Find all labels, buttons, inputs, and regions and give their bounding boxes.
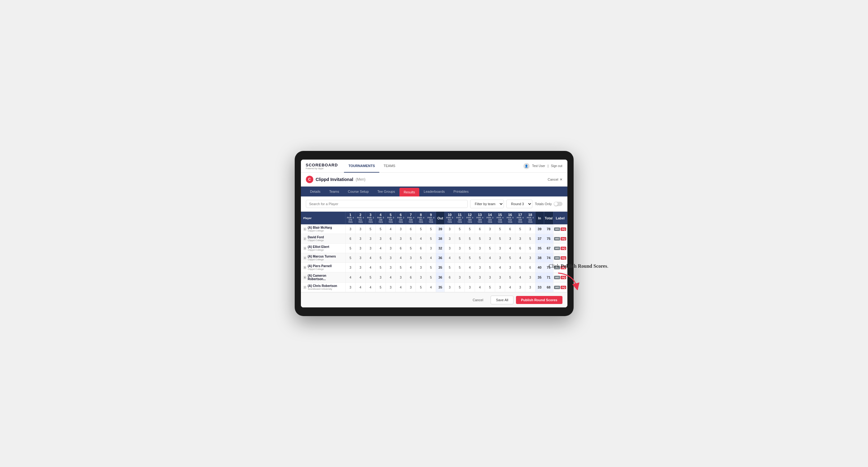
score-hole-10[interactable]: 6 bbox=[445, 272, 455, 283]
score-hole-13[interactable]: 3 bbox=[475, 272, 485, 283]
score-hole-5[interactable]: 3 bbox=[385, 244, 396, 253]
score-hole-2[interactable]: 3 bbox=[355, 224, 365, 234]
score-hole-4[interactable]: 5 bbox=[376, 263, 385, 272]
tab-details[interactable]: Details bbox=[306, 187, 325, 196]
score-hole-3[interactable]: 5 bbox=[365, 224, 375, 234]
score-hole-3[interactable]: 4 bbox=[365, 263, 375, 272]
nav-teams[interactable]: TEAMS bbox=[379, 160, 400, 173]
score-hole-16[interactable]: 3 bbox=[505, 263, 515, 272]
score-hole-9[interactable]: 5 bbox=[426, 272, 436, 283]
score-hole-4[interactable]: 5 bbox=[376, 283, 385, 292]
score-hole-12[interactable]: 5 bbox=[465, 244, 475, 253]
score-hole-2[interactable]: 3 bbox=[355, 234, 365, 244]
score-hole-12[interactable]: 4 bbox=[465, 263, 475, 272]
toggle-switch[interactable] bbox=[554, 202, 562, 206]
score-hole-16[interactable]: 6 bbox=[505, 224, 515, 234]
score-hole-7[interactable]: 3 bbox=[406, 283, 415, 292]
score-hole-14[interactable]: 5 bbox=[485, 283, 495, 292]
score-hole-17[interactable]: 4 bbox=[515, 253, 525, 263]
score-hole-18[interactable]: 6 bbox=[525, 263, 535, 272]
score-hole-5[interactable]: 3 bbox=[385, 253, 396, 263]
score-hole-11[interactable]: 5 bbox=[455, 253, 465, 263]
score-hole-11[interactable]: 5 bbox=[455, 224, 465, 234]
score-hole-10[interactable]: 5 bbox=[445, 263, 455, 272]
score-hole-12[interactable]: 5 bbox=[465, 253, 475, 263]
score-hole-11[interactable]: 5 bbox=[455, 234, 465, 244]
score-hole-5[interactable]: 3 bbox=[385, 283, 396, 292]
score-hole-16[interactable]: 5 bbox=[505, 272, 515, 283]
score-hole-17[interactable]: 4 bbox=[515, 272, 525, 283]
score-hole-10[interactable]: 3 bbox=[445, 234, 455, 244]
score-hole-1[interactable]: 3 bbox=[345, 224, 355, 234]
score-hole-12[interactable]: 5 bbox=[465, 272, 475, 283]
score-hole-18[interactable]: 5 bbox=[525, 244, 535, 253]
score-hole-18[interactable]: 3 bbox=[525, 253, 535, 263]
score-hole-10[interactable]: 3 bbox=[445, 224, 455, 234]
score-hole-13[interactable]: 6 bbox=[475, 224, 485, 234]
score-hole-16[interactable]: 3 bbox=[505, 234, 515, 244]
score-hole-3[interactable]: 3 bbox=[365, 234, 375, 244]
score-hole-13[interactable]: 3 bbox=[475, 244, 485, 253]
score-hole-7[interactable]: 6 bbox=[406, 224, 415, 234]
tab-leaderboards[interactable]: Leaderboards bbox=[419, 187, 449, 196]
score-hole-12[interactable]: 5 bbox=[465, 234, 475, 244]
save-all-button[interactable]: Save All bbox=[491, 295, 514, 304]
score-hole-8[interactable]: 3 bbox=[416, 272, 426, 283]
score-hole-1[interactable]: 3 bbox=[345, 263, 355, 272]
score-hole-6[interactable]: 5 bbox=[396, 263, 406, 272]
score-hole-18[interactable]: 3 bbox=[525, 272, 535, 283]
score-hole-1[interactable]: 5 bbox=[345, 253, 355, 263]
score-hole-6[interactable]: 3 bbox=[396, 224, 406, 234]
score-hole-10[interactable]: 3 bbox=[445, 244, 455, 253]
score-hole-6[interactable]: 3 bbox=[396, 234, 406, 244]
score-hole-11[interactable]: 5 bbox=[455, 283, 465, 292]
score-hole-16[interactable]: 4 bbox=[505, 283, 515, 292]
score-hole-1[interactable]: 6 bbox=[345, 234, 355, 244]
nav-tournaments[interactable]: TOURNAMENTS bbox=[344, 160, 379, 173]
score-hole-4[interactable]: 5 bbox=[376, 224, 385, 234]
score-hole-5[interactable]: 6 bbox=[385, 234, 396, 244]
score-hole-13[interactable]: 5 bbox=[475, 253, 485, 263]
tab-printables[interactable]: Printables bbox=[449, 187, 473, 196]
round-select[interactable]: Round 3 bbox=[506, 199, 532, 208]
score-hole-1[interactable]: 5 bbox=[345, 244, 355, 253]
score-hole-3[interactable]: 4 bbox=[365, 283, 375, 292]
totals-only-toggle[interactable]: Totals Only bbox=[535, 202, 562, 206]
score-hole-15[interactable]: 3 bbox=[495, 272, 505, 283]
score-hole-12[interactable]: 5 bbox=[465, 224, 475, 234]
score-hole-11[interactable]: 3 bbox=[455, 272, 465, 283]
score-hole-8[interactable]: 4 bbox=[416, 234, 426, 244]
score-hole-6[interactable]: 4 bbox=[396, 253, 406, 263]
score-hole-8[interactable]: 5 bbox=[416, 253, 426, 263]
score-hole-4[interactable]: 4 bbox=[376, 244, 385, 253]
score-hole-9[interactable]: 5 bbox=[426, 224, 436, 234]
score-hole-13[interactable]: 5 bbox=[475, 234, 485, 244]
tab-course-setup[interactable]: Course Setup bbox=[344, 187, 373, 196]
score-hole-3[interactable]: 3 bbox=[365, 244, 375, 253]
score-hole-5[interactable]: 4 bbox=[385, 224, 396, 234]
score-hole-14[interactable]: 4 bbox=[485, 253, 495, 263]
score-hole-2[interactable]: 4 bbox=[355, 283, 365, 292]
score-hole-11[interactable]: 5 bbox=[455, 263, 465, 272]
score-hole-7[interactable]: 4 bbox=[406, 263, 415, 272]
score-hole-14[interactable]: 3 bbox=[485, 234, 495, 244]
score-hole-9[interactable]: 3 bbox=[426, 244, 436, 253]
score-hole-5[interactable]: 4 bbox=[385, 272, 396, 283]
score-hole-15[interactable]: 5 bbox=[495, 234, 505, 244]
score-hole-4[interactable]: 3 bbox=[376, 234, 385, 244]
score-hole-5[interactable]: 3 bbox=[385, 263, 396, 272]
score-hole-9[interactable]: 4 bbox=[426, 253, 436, 263]
search-input[interactable] bbox=[306, 200, 468, 208]
score-hole-10[interactable]: 3 bbox=[445, 283, 455, 292]
score-hole-2[interactable]: 3 bbox=[355, 253, 365, 263]
score-hole-6[interactable]: 6 bbox=[396, 244, 406, 253]
score-hole-3[interactable]: 5 bbox=[365, 272, 375, 283]
score-hole-6[interactable]: 4 bbox=[396, 283, 406, 292]
score-hole-7[interactable]: 5 bbox=[406, 234, 415, 244]
score-hole-10[interactable]: 4 bbox=[445, 253, 455, 263]
publish-round-scores-button[interactable]: Publish Round Scores bbox=[516, 296, 562, 304]
score-hole-16[interactable]: 5 bbox=[505, 253, 515, 263]
score-hole-17[interactable]: 3 bbox=[515, 283, 525, 292]
score-hole-18[interactable]: 3 bbox=[525, 283, 535, 292]
score-hole-4[interactable]: 5 bbox=[376, 253, 385, 263]
